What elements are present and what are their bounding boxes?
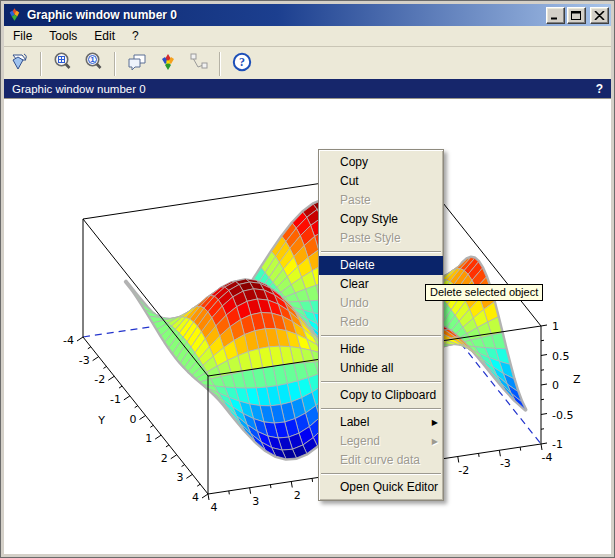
menu-item-legend[interactable]: Legend▶ [319, 432, 443, 451]
plot-canvas[interactable]: 43210-1-2-3-4-4-3-2-10123410.50-0.5-1YZ [4, 98, 611, 554]
datatips-button[interactable] [184, 49, 213, 78]
menu-item-label: Edit curve data [340, 451, 435, 470]
close-button[interactable] [590, 7, 609, 24]
svg-text:-0.5: -0.5 [552, 409, 573, 422]
menu-item-label[interactable]: Label▶ [319, 413, 443, 432]
app-icon[interactable] [7, 7, 23, 23]
menu-item-copy[interactable]: Copy [319, 153, 443, 172]
menu-item-label: Unhide all [340, 359, 435, 378]
tooltip: Delete selected object [425, 284, 543, 301]
zoom-original-button[interactable]: 1 [79, 49, 108, 78]
toolbar-separator [114, 52, 116, 76]
help-icon: ? [231, 51, 253, 77]
menu-item-label: Cut [340, 172, 435, 191]
menu-item-label: Legend [340, 432, 432, 451]
svg-text:-4: -4 [63, 334, 74, 347]
svg-text:4: 4 [192, 491, 199, 504]
menu-item-unhide-all[interactable]: Unhide all [319, 359, 443, 378]
svg-text:2: 2 [294, 489, 301, 502]
menu-item-copy-to-clipboard[interactable]: Copy to Clipboard [319, 386, 443, 405]
infobar-help-icon[interactable]: ? [596, 82, 603, 96]
svg-text:?: ? [239, 55, 245, 69]
svg-text:0: 0 [130, 413, 137, 426]
menu-separator [321, 408, 441, 410]
menu-separator [321, 473, 441, 475]
menu-separator [321, 251, 441, 253]
svg-text:0: 0 [552, 379, 559, 392]
svg-text:1: 1 [145, 432, 152, 445]
submenu-arrow-icon: ▶ [432, 413, 438, 432]
menu-item-label: Clear [340, 275, 435, 294]
datatips-icon [188, 51, 210, 77]
scilab-demo-button[interactable] [153, 49, 182, 78]
svg-text:4: 4 [211, 501, 218, 514]
rotate-button[interactable] [5, 49, 34, 78]
menu-item-label: Hide [340, 340, 435, 359]
surface-plot[interactable]: 43210-1-2-3-4-4-3-2-10123410.50-0.5-1YZ [5, 100, 612, 556]
zoom-original-icon: 1 [83, 51, 105, 77]
menu-item-open-quick-editor[interactable]: Open Quick Editor [319, 478, 443, 497]
svg-text:-3: -3 [79, 354, 90, 367]
menu-item-label: Redo [340, 313, 435, 332]
svg-text:-4: -4 [542, 451, 553, 464]
svg-text:0.5: 0.5 [552, 350, 570, 363]
svg-text:3: 3 [176, 471, 183, 484]
menubar-item-file[interactable]: File [5, 27, 40, 45]
menu-separator [321, 381, 441, 383]
menu-item-label: Paste [340, 191, 435, 210]
window-buttons [546, 7, 609, 24]
menu-item-label: Copy to Clipboard [340, 386, 436, 405]
svg-text:-3: -3 [500, 457, 511, 470]
rotate-icon [9, 51, 31, 77]
menu-item-hide[interactable]: Hide [319, 340, 443, 359]
menu-item-paste[interactable]: Paste [319, 191, 443, 210]
svg-text:-2: -2 [458, 464, 469, 477]
minimize-button[interactable] [546, 7, 565, 24]
svg-text:-2: -2 [94, 373, 105, 386]
menu-item-label: Delete [340, 256, 435, 275]
menu-item-label: Undo [340, 294, 435, 313]
svg-text:Z: Z [573, 373, 581, 386]
svg-text:Y: Y [97, 414, 105, 427]
toolbar: 1? [4, 46, 611, 80]
svg-text:-1: -1 [110, 393, 121, 406]
menu-item-delete[interactable]: Delete [319, 256, 443, 275]
menu-item-label: Open Quick Editor [340, 478, 438, 497]
window-title: Graphic window number 0 [27, 8, 546, 22]
menubar-item-edit[interactable]: Edit [86, 27, 123, 45]
app-window: Graphic window number 0 FileToolsEdit? 1… [0, 0, 615, 558]
menu-item-label: Copy Style [340, 210, 435, 229]
menu-item-paste-style[interactable]: Paste Style [319, 229, 443, 248]
menu-item-label: Copy [340, 153, 435, 172]
menu-item-cut[interactable]: Cut [319, 172, 443, 191]
infobar: Graphic window number 0 ? [4, 79, 611, 98]
toolbar-separator [40, 52, 42, 76]
help-button[interactable]: ? [227, 49, 256, 78]
menubar: FileToolsEdit? [4, 26, 611, 47]
maximize-button[interactable] [567, 7, 586, 24]
toolbar-separator [219, 52, 221, 76]
svg-text:2: 2 [161, 452, 168, 465]
svg-text:1: 1 [552, 320, 559, 333]
menu-item-copy-style[interactable]: Copy Style [319, 210, 443, 229]
menu-separator [321, 335, 441, 337]
menu-item-label: Label [340, 413, 432, 432]
figure-properties-button[interactable] [122, 49, 151, 78]
titlebar[interactable]: Graphic window number 0 [4, 4, 611, 26]
submenu-arrow-icon: ▶ [432, 432, 438, 451]
svg-text:1: 1 [90, 55, 95, 64]
zoom-area-icon [52, 51, 74, 77]
menubar-item-tools[interactable]: Tools [41, 27, 85, 45]
scilab-demo-icon [157, 51, 179, 77]
svg-text:3: 3 [252, 495, 259, 508]
menu-item-edit-curve-data[interactable]: Edit curve data [319, 451, 443, 470]
svg-text:-1: -1 [552, 438, 563, 451]
menu-item-label: Paste Style [340, 229, 435, 248]
zoom-area-button[interactable] [48, 49, 77, 78]
infobar-text: Graphic window number 0 [12, 83, 146, 95]
figure-properties-icon [126, 51, 148, 77]
context-menu: CopyCutPasteCopy StylePaste StyleDeleteC… [318, 149, 444, 501]
menubar-item-q[interactable]: ? [124, 27, 147, 45]
menu-item-redo[interactable]: Redo [319, 313, 443, 332]
